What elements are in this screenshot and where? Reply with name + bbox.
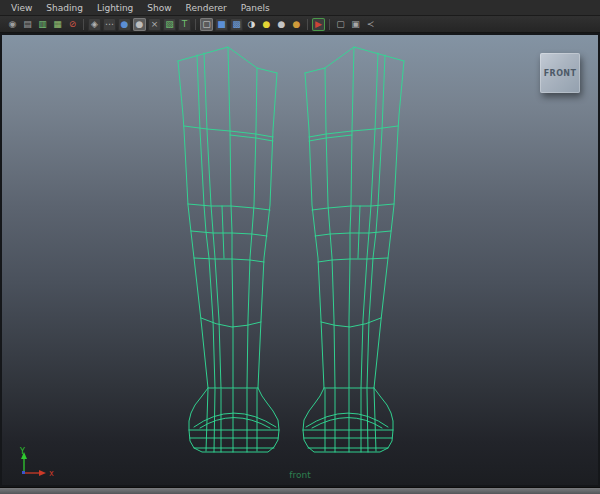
bookmarks-icon[interactable]: ▥ (36, 18, 49, 31)
field-chart-icon[interactable]: × (148, 18, 161, 31)
default-light-icon[interactable]: ● (275, 18, 288, 31)
safe-action-icon[interactable]: ▧ (163, 18, 176, 31)
wireframe-mode-icon[interactable]: ▢ (200, 18, 213, 31)
all-lights-icon[interactable]: ● (260, 18, 273, 31)
legs-wireframe (0, 33, 600, 487)
default-material-icon[interactable]: ◑ (245, 18, 258, 31)
isolate-select-icon[interactable]: ▶ (312, 18, 325, 31)
menu-item-shading[interactable]: Shading (39, 3, 90, 13)
menu-item-show[interactable]: Show (140, 3, 178, 13)
xray-icon[interactable]: ▢ (334, 18, 347, 31)
panel-toolbar: ◉▤▥▦⊘◈⋯●●×▧T▢■▩◑●●●▶▢▣≺ (0, 16, 600, 33)
menu-item-panels[interactable]: Panels (234, 3, 277, 13)
toolbar-separator (83, 19, 84, 30)
toolbar-separator (195, 19, 196, 30)
ambient-light-icon[interactable]: ● (290, 18, 303, 31)
menu-item-renderer[interactable]: Renderer (179, 3, 234, 13)
panel-menu-bar: View Shading Lighting Show Renderer Pane… (0, 0, 600, 16)
safe-title-icon[interactable]: T (178, 18, 191, 31)
toolbar-separator (329, 19, 330, 30)
film-gate-icon[interactable]: ⋯ (103, 18, 116, 31)
axis-y-label: Y (19, 447, 25, 456)
select-camera-icon[interactable]: ◉ (6, 18, 19, 31)
viewport-canvas[interactable]: FRONT Y x front (0, 33, 600, 487)
image-plane-icon[interactable]: ▦ (51, 18, 64, 31)
viewport-border (0, 33, 600, 487)
toolbar-separator (307, 19, 308, 30)
window-bottom-edge (0, 487, 600, 494)
camera-attributes-icon[interactable]: ▤ (21, 18, 34, 31)
gate-mask-icon[interactable]: ● (133, 18, 146, 31)
xray-active-icon[interactable]: ▣ (349, 18, 362, 31)
textured-mode-icon[interactable]: ▩ (230, 18, 243, 31)
perspective-layout-icon[interactable]: ◈ (88, 18, 101, 31)
resolution-gate-icon[interactable]: ● (118, 18, 131, 31)
menu-item-lighting[interactable]: Lighting (90, 3, 140, 13)
smooth-shade-mode-icon[interactable]: ■ (215, 18, 228, 31)
view-plate: FRONT (540, 53, 580, 93)
menu-item-view[interactable]: View (4, 3, 39, 13)
plugin-shapes-icon[interactable]: ≺ (364, 18, 377, 31)
pan-zoom-icon[interactable]: ⊘ (66, 18, 79, 31)
camera-name-label: front (0, 470, 600, 480)
